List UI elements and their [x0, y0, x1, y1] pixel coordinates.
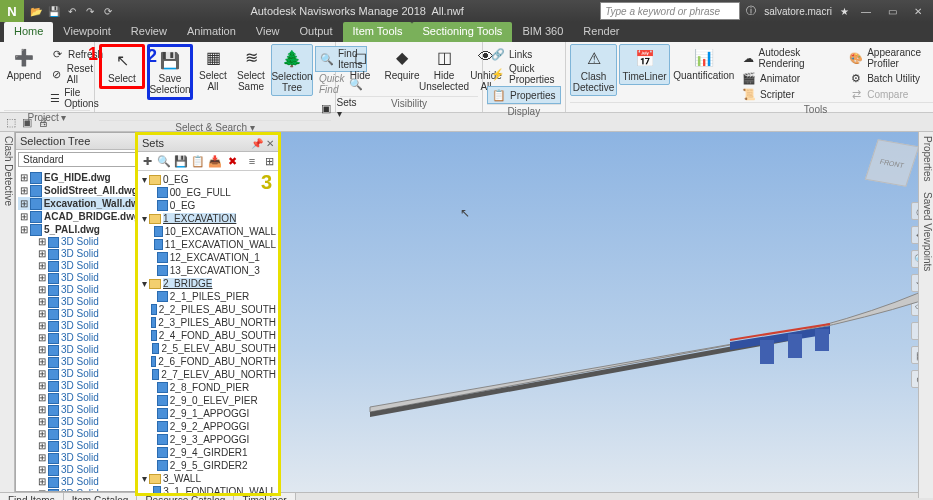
- clash-detective-tab[interactable]: Clash Detective: [0, 132, 15, 492]
- tree-solid-item[interactable]: ⊞3D Solid: [18, 488, 147, 491]
- maximize-button[interactable]: ▭: [883, 4, 901, 18]
- sets-set-item[interactable]: 2_9_5_GIRDER2: [140, 459, 276, 472]
- sets-set-item[interactable]: 2_9_1_APPOGGI: [140, 407, 276, 420]
- tab-sectioning-tools[interactable]: Sectioning Tools: [412, 22, 512, 42]
- sets-new-icon[interactable]: ✚: [140, 154, 154, 168]
- tree-solid-item[interactable]: ⊞3D Solid: [18, 464, 147, 476]
- properties-tab[interactable]: Properties: [919, 136, 933, 182]
- autodesk-rendering-button[interactable]: ☁Autodesk Rendering: [738, 46, 843, 70]
- tree-solid-item[interactable]: ⊞3D Solid: [18, 260, 147, 272]
- sets-set-item[interactable]: 2_1_PILES_PIER: [140, 290, 276, 303]
- tree-solid-item[interactable]: ⊞3D Solid: [18, 392, 147, 404]
- refresh-icon[interactable]: ⟳: [102, 5, 114, 17]
- sets-set-item[interactable]: 2_8_FOND_PIER: [140, 381, 276, 394]
- tree-solid-item[interactable]: ⊞3D Solid: [18, 332, 147, 344]
- tab-output[interactable]: Output: [290, 22, 343, 42]
- tab-bim360[interactable]: BIM 360: [512, 22, 573, 42]
- append-button[interactable]: ➕ Append: [4, 44, 44, 83]
- tab-item-tools[interactable]: Item Tools: [343, 22, 413, 42]
- sets-set-item[interactable]: 3_1_FONDATION_WALL: [140, 485, 276, 493]
- selection-tree-body[interactable]: ⊞EG_HIDE.dwg⊞SolidStreet_All.dwg⊞Excavat…: [16, 169, 149, 491]
- tree-file-item[interactable]: ⊞SolidStreet_All.dwg: [18, 184, 147, 197]
- sets-save-icon[interactable]: 💾: [174, 154, 188, 168]
- sets-set-item[interactable]: 2_5_ELEV_ABU_SOUTH: [140, 342, 276, 355]
- tree-solid-item[interactable]: ⊞3D Solid: [18, 416, 147, 428]
- tab-render[interactable]: Render: [573, 22, 629, 42]
- pin-icon[interactable]: 📌: [251, 138, 263, 149]
- sets-set-item[interactable]: 2_9_3_APPOGGI: [140, 433, 276, 446]
- tree-solid-item[interactable]: ⊞3D Solid: [18, 248, 147, 260]
- sets-sort-icon[interactable]: ≡: [245, 154, 259, 168]
- batch-utility-button[interactable]: ⚙Batch Utility: [845, 70, 933, 86]
- tree-solid-item[interactable]: ⊞3D Solid: [18, 320, 147, 332]
- sets-tree-body[interactable]: ▾0_EG 00_EG_FULL 0_EG▾1_EXCAVATION 10_EX…: [138, 171, 278, 493]
- tree-file-item[interactable]: ⊞Excavation_Wall.dwg: [18, 197, 147, 210]
- infocenter-icon[interactable]: ⓘ: [746, 4, 756, 18]
- sets-set-item[interactable]: 2_9_2_APPOGGI: [140, 420, 276, 433]
- hide-unselected-button[interactable]: ◫Hide Unselected: [424, 44, 464, 94]
- compare-button[interactable]: ⇄Compare: [845, 86, 933, 102]
- tree-solid-item[interactable]: ⊞3D Solid: [18, 344, 147, 356]
- sets-set-item[interactable]: 00_EG_FULL: [140, 186, 276, 199]
- tree-solid-item[interactable]: ⊞3D Solid: [18, 368, 147, 380]
- tree-file-item[interactable]: ⊞5_PALI.dwg: [18, 223, 147, 236]
- tree-solid-item[interactable]: ⊞3D Solid: [18, 452, 147, 464]
- sets-set-item[interactable]: 2_9_0_ELEV_PIER: [140, 394, 276, 407]
- redo-icon[interactable]: ↷: [84, 5, 96, 17]
- scripter-button[interactable]: 📜Scripter: [738, 86, 843, 102]
- bottom-tab-find-items[interactable]: Find Items: [0, 493, 64, 500]
- tree-file-item[interactable]: ⊞EG_HIDE.dwg: [18, 171, 147, 184]
- hide-button[interactable]: ◻Hide: [340, 44, 380, 83]
- links-button[interactable]: 🔗Links: [487, 46, 561, 62]
- tree-solid-item[interactable]: ⊞3D Solid: [18, 356, 147, 368]
- save-selection-button[interactable]: 💾 Save Selection: [147, 44, 193, 100]
- tab-view[interactable]: View: [246, 22, 290, 42]
- save-icon[interactable]: 💾: [48, 5, 60, 17]
- viewcube[interactable]: FRONT: [865, 139, 919, 187]
- tree-solid-item[interactable]: ⊞3D Solid: [18, 428, 147, 440]
- sets-set-item[interactable]: 2_4_FOND_ABU_SOUTH: [140, 329, 276, 342]
- sets-set-item[interactable]: 12_EXCAVATION_1: [140, 251, 276, 264]
- tab-animation[interactable]: Animation: [177, 22, 246, 42]
- sets-set-item[interactable]: 13_EXCAVATION_3: [140, 264, 276, 277]
- tree-solid-item[interactable]: ⊞3D Solid: [18, 440, 147, 452]
- sets-import-icon[interactable]: 📥: [208, 154, 222, 168]
- select-all-button[interactable]: ▦ Select All: [195, 44, 231, 94]
- bottom-tab-item-catalog[interactable]: Item Catalog: [64, 493, 138, 500]
- sets-expand-icon[interactable]: ⊞: [262, 154, 276, 168]
- tree-file-item[interactable]: ⊞ACAD_BRIDGE.dwg: [18, 210, 147, 223]
- clash-detective-button[interactable]: ⚠Clash Detective: [570, 44, 618, 96]
- help-search-input[interactable]: Type a keyword or phrase: [600, 2, 740, 20]
- select-same-button[interactable]: ≋ Select Same: [233, 44, 269, 94]
- tree-solid-item[interactable]: ⊞3D Solid: [18, 404, 147, 416]
- quick-properties-button[interactable]: ⚡Quick Properties: [487, 62, 561, 86]
- open-icon[interactable]: 📂: [30, 5, 42, 17]
- quantification-button[interactable]: 📊Quantification: [672, 44, 736, 83]
- sets-dup-icon[interactable]: 📋: [191, 154, 205, 168]
- sets-folder-item[interactable]: ▾1_EXCAVATION: [140, 212, 276, 225]
- tree-solid-item[interactable]: ⊞3D Solid: [18, 380, 147, 392]
- tree-solid-item[interactable]: ⊞3D Solid: [18, 296, 147, 308]
- sets-set-item[interactable]: 0_EG: [140, 199, 276, 212]
- appearance-profiler-button[interactable]: 🎨Appearance Profiler: [845, 46, 933, 70]
- app-logo[interactable]: N: [0, 0, 24, 22]
- sets-set-item[interactable]: 11_EXCAVATION_WALL: [140, 238, 276, 251]
- tree-solid-item[interactable]: ⊞3D Solid: [18, 272, 147, 284]
- sets-search-icon[interactable]: 🔍: [157, 154, 171, 168]
- timeliner-button[interactable]: 📅TimeLiner: [619, 44, 669, 85]
- tree-solid-item[interactable]: ⊞3D Solid: [18, 284, 147, 296]
- sets-delete-icon[interactable]: ✖: [225, 154, 239, 168]
- sets-set-item[interactable]: 2_7_ELEV_ABU_NORTH: [140, 368, 276, 381]
- sets-folder-item[interactable]: ▾2_BRIDGE: [140, 277, 276, 290]
- sets-set-item[interactable]: 2_3_PILES_ABU_NORTH: [140, 316, 276, 329]
- tree-solid-item[interactable]: ⊞3D Solid: [18, 236, 147, 248]
- close-sets[interactable]: ✕: [266, 138, 274, 149]
- undo-icon[interactable]: ↶: [66, 5, 78, 17]
- sets-folder-item[interactable]: ▾3_WALL: [140, 472, 276, 485]
- properties-button[interactable]: 📋Properties: [487, 86, 561, 104]
- saved-viewpoints-tab[interactable]: Saved Viewpoints: [919, 192, 933, 271]
- tree-solid-item[interactable]: ⊞3D Solid: [18, 308, 147, 320]
- sets-set-item[interactable]: 2_6_FOND_ABU_NORTH: [140, 355, 276, 368]
- tree-solid-item[interactable]: ⊞3D Solid: [18, 476, 147, 488]
- close-button[interactable]: ✕: [909, 4, 927, 18]
